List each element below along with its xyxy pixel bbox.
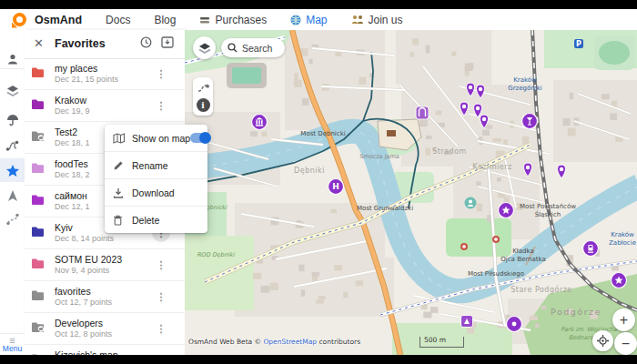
map-search[interactable]: Search (221, 38, 285, 57)
favorites-group-item[interactable]: my placesDec 21, 15 points⋮ (25, 58, 185, 90)
sidebar-item-tracks[interactable] (0, 136, 25, 156)
group-meta: Dec 18, 2 (55, 170, 90, 179)
favorites-panel: ✕ Favorites my placesDec 21, 15 points⋮K… (25, 30, 185, 355)
map-label: Kraków (611, 231, 634, 238)
map-label: Most Dębnicki (300, 130, 345, 137)
map-label: Kazimierz (472, 163, 511, 171)
circle-star-marker[interactable] (499, 203, 514, 218)
sidebar-item-account[interactable] (0, 49, 25, 69)
sidebar-item-favorites[interactable] (0, 160, 25, 180)
square-poi-marker[interactable] (461, 316, 473, 328)
folder-icon (31, 98, 45, 110)
group-meta: Dec 21, 15 points (55, 75, 118, 84)
brand-name[interactable]: OsmAnd (35, 14, 82, 26)
folder-icon (31, 289, 45, 301)
layers-icon (198, 42, 211, 55)
map-icon (113, 133, 125, 144)
sidebar-divider (0, 68, 25, 69)
map-area[interactable]: Most DębnickiDębnikiPark DębnickiROD Dęb… (185, 30, 637, 355)
circle-museum-marker[interactable] (252, 115, 268, 130)
plan-route-button[interactable] (193, 79, 213, 96)
poi-marker[interactable] (465, 197, 477, 209)
group-name: foodTes (55, 158, 88, 169)
sidebar-item-weather[interactable] (0, 110, 25, 130)
group-options-button[interactable]: ⋮ (152, 351, 170, 355)
menu-button[interactable]: ≡ Menu (0, 333, 25, 353)
map-layers-button[interactable] (193, 36, 216, 59)
trash-icon (113, 215, 125, 226)
group-name: Test2 (55, 126, 77, 137)
group-context-menu: Show on mapRenameDownloadDelete (105, 125, 207, 233)
group-options-button[interactable]: ⋮ (152, 256, 170, 274)
favorites-group-item[interactable]: favoritesOct 12, 7 points⋮ (25, 281, 185, 313)
map-canvas[interactable]: Most DębnickiDębnikiPark DębnickiROD Dęb… (185, 30, 637, 355)
menu-label: Menu (0, 344, 25, 353)
circle-tram-marker[interactable] (583, 241, 599, 257)
locate-button[interactable] (592, 330, 613, 351)
favorites-group-item[interactable]: Kizevich's mapOct 10, 20 points⋮ (25, 345, 185, 355)
sidebar-item-layers[interactable] (0, 81, 25, 101)
group-meta: Dec 18, 1 (55, 138, 90, 147)
medical-poi-icon[interactable] (460, 243, 468, 250)
favorites-group-item[interactable]: SOTM EU 2023Nov 9, 4 points⋮ (25, 249, 185, 281)
circle-dot-marker[interactable] (507, 317, 522, 332)
group-name: Krakow (55, 95, 86, 106)
folder-icon (31, 194, 45, 206)
favorites-group-item[interactable]: KrakowDec 19, 9⋮ (25, 90, 185, 122)
account-icon (6, 53, 19, 66)
star-icon (5, 164, 20, 177)
screenshot-stage: OsmAnd Docs Blog Purchases Map Join us (0, 0, 637, 364)
navigation-icon (6, 189, 19, 202)
group-options-button[interactable]: ⋮ (152, 65, 170, 83)
circle-h-marker[interactable]: H (329, 179, 344, 195)
sidebar-item-plan-route[interactable] (0, 209, 25, 229)
zoom-out-button[interactable]: − (614, 332, 637, 355)
search-label: Search (242, 43, 272, 54)
info-button[interactable]: i (197, 98, 210, 112)
medical-poi-icon[interactable] (492, 236, 500, 243)
show-on-map-toggle[interactable] (190, 133, 210, 143)
plan-route-icon (6, 213, 19, 226)
group-name: Kyiv (55, 222, 73, 233)
group-name: Kizevich's map (55, 349, 118, 355)
parking-icon[interactable]: P (574, 39, 583, 48)
group-meta: Dec 12, 1 (55, 202, 90, 211)
close-icon[interactable]: ✕ (34, 36, 44, 50)
import-icon[interactable] (161, 36, 174, 48)
nav-docs[interactable]: Docs (106, 14, 130, 26)
map-label: Stradom (432, 147, 467, 156)
group-options-button[interactable]: ⋮ (152, 288, 170, 306)
scale-bar: 500 m (420, 337, 464, 348)
map-attribution: OsmAnd Web Beta © OpenStreetMap contribu… (188, 338, 360, 346)
group-options-button[interactable]: ⋮ (152, 96, 170, 115)
menu-item-show-on-map[interactable]: Show on map (105, 125, 207, 151)
track-icon (5, 139, 19, 152)
group-options-button[interactable]: ⋮ (152, 319, 170, 338)
stadium-east (594, 35, 634, 70)
menu-item-delete[interactable]: Delete (105, 206, 207, 233)
osmand-logo-icon[interactable] (13, 13, 27, 27)
nav-join-us[interactable]: Join us (351, 14, 403, 26)
circle-wine-marker[interactable] (522, 114, 538, 129)
nav-purchases[interactable]: Purchases (199, 14, 267, 26)
map-tools-panel: i (193, 77, 213, 116)
layers-icon (6, 85, 19, 97)
menu-item-download[interactable]: Download (105, 178, 207, 206)
favorites-group-item[interactable]: DevelopersOct 12, 8 points⋮ (25, 313, 185, 345)
nav-map[interactable]: Map (290, 14, 327, 26)
square-gate-marker[interactable] (416, 106, 429, 119)
circle-star-marker[interactable] (612, 273, 627, 288)
menu-item-label: Show on map (132, 133, 190, 144)
menu-item-rename[interactable]: Rename (105, 151, 207, 178)
map-label: Most Piłsudskiego (468, 270, 524, 278)
openstreetmap-link[interactable]: OpenStreetMap (263, 338, 317, 346)
map-label: ROD Dębniki (197, 251, 236, 258)
folder-icon (31, 130, 45, 142)
sidebar-item-navigation[interactable] (0, 186, 25, 206)
folder-icon (31, 226, 45, 238)
group-meta: Dec 8, 14 points (55, 234, 114, 243)
pencil-icon (113, 160, 125, 171)
zoom-in-button[interactable]: + (612, 308, 635, 331)
history-icon[interactable] (140, 36, 152, 48)
nav-blog[interactable]: Blog (154, 14, 176, 26)
